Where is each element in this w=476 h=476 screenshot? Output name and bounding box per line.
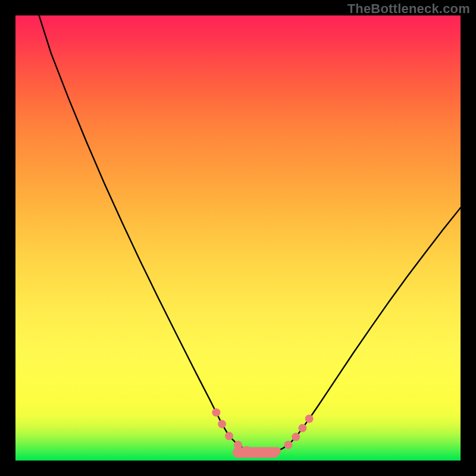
curve-bottom-strip: [233, 447, 279, 458]
bottleneck-curve: [39, 15, 461, 453]
chart-plot-area: [15, 15, 461, 461]
watermark-text: TheBottleneck.com: [347, 1, 470, 17]
curve-marker: [225, 432, 233, 440]
curve-marker: [212, 408, 220, 416]
curve-marker: [284, 441, 293, 449]
curve-marker: [292, 433, 300, 441]
curve-marker: [298, 424, 306, 432]
chart-frame: TheBottleneck.com: [0, 0, 476, 476]
curve-layer: [15, 15, 461, 461]
curve-marker: [305, 415, 314, 423]
curve-marker: [218, 420, 226, 428]
